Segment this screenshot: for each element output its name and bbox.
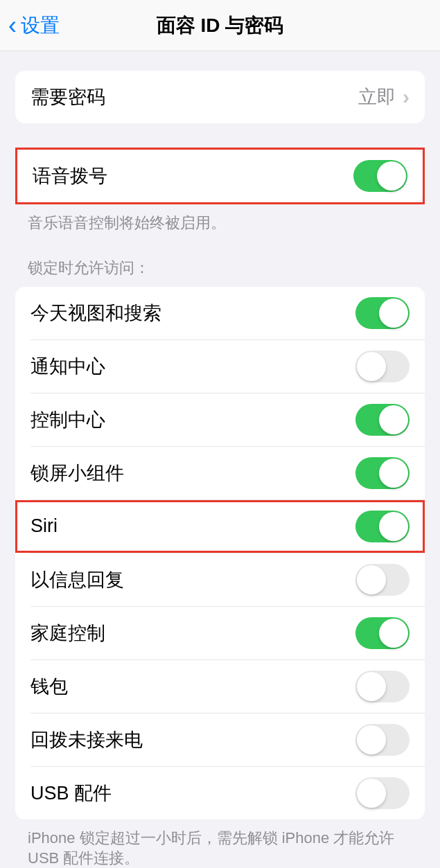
lock-access-toggle[interactable] [355,564,410,596]
lock-access-row: Siri [15,500,425,553]
lock-access-header: 锁定时允许访问： [0,258,440,287]
require-passcode-value: 立即 [358,85,396,109]
lock-access-item-label: 回拨未接来电 [30,727,143,752]
lock-access-item-label: 以信息回复 [30,567,124,592]
lock-access-item-label: 锁屏小组件 [30,461,124,486]
voice-dial-toggle[interactable] [353,160,407,192]
lock-access-list: 今天视图和搜索通知中心控制中心锁屏小组件Siri以信息回复家庭控制钱包回拨未接来… [15,287,425,820]
voice-dial-footer: 音乐语音控制将始终被启用。 [0,204,440,233]
require-passcode-label: 需要密码 [30,85,105,109]
back-button[interactable]: ‹ 设置 [0,12,60,39]
lock-access-item-label: 控制中心 [30,407,105,432]
lock-access-toggle[interactable] [355,351,410,382]
require-passcode-row[interactable]: 需要密码 立即 › [15,71,425,123]
lock-access-item-label: USB 配件 [30,781,112,806]
lock-access-row: 回拨未接来电 [15,714,425,766]
lock-access-row: 以信息回复 [15,553,425,606]
lock-access-row: 控制中心 [15,393,425,446]
lock-access-item-label: 通知中心 [30,354,105,379]
chevron-right-icon: › [403,85,410,109]
lock-access-item-label: 今天视图和搜索 [30,301,161,326]
lock-access-toggle[interactable] [355,297,410,329]
lock-access-item-label: 钱包 [30,674,68,699]
lock-access-item-label: Siri [30,515,58,537]
highlight-annotation: 语音拨号 [15,148,425,204]
lock-access-row: 锁屏小组件 [15,447,425,499]
lock-access-row: 家庭控制 [15,607,425,659]
lock-access-row: 通知中心 [15,340,425,393]
lock-access-row: 今天视图和搜索 [15,287,425,339]
voice-dial-row: 语音拨号 [17,150,423,202]
lock-access-toggle[interactable] [355,671,410,702]
lock-access-toggle[interactable] [355,777,410,809]
lock-access-toggle[interactable] [355,617,410,649]
lock-access-toggle[interactable] [355,404,410,436]
lock-access-footer: iPhone 锁定超过一小时后，需先解锁 iPhone 才能允许USB 配件连接… [0,820,440,868]
page-title: 面容 ID 与密码 [157,12,284,39]
lock-access-toggle[interactable] [355,457,410,489]
lock-access-row: USB 配件 [15,767,425,820]
lock-access-toggle[interactable] [355,724,410,756]
lock-access-row: 钱包 [15,660,425,713]
lock-access-toggle[interactable] [355,511,410,542]
voice-dial-label: 语音拨号 [33,163,107,188]
navigation-header: ‹ 设置 面容 ID 与密码 [0,0,440,51]
lock-access-item-label: 家庭控制 [30,621,105,646]
back-label: 设置 [21,12,60,39]
chevron-left-icon: ‹ [8,13,17,38]
